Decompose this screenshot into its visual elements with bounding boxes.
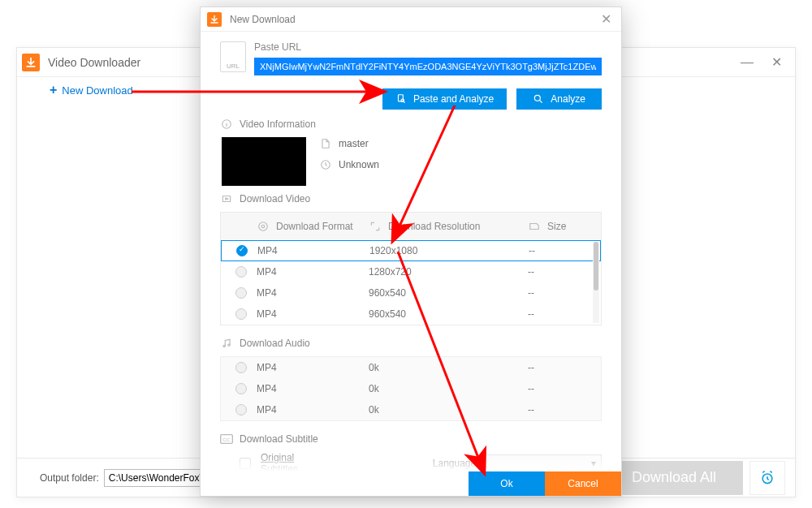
cell-resolution: 960x540 (364, 287, 508, 299)
video-table: Download Format Download Resolution Size… (220, 212, 602, 325)
chevron-down-icon: ▾ (591, 458, 596, 469)
original-subtitles-checkbox[interactable] (240, 458, 251, 469)
new-download-dialog: New Download ✕ URL Paste URL Paste and A… (200, 6, 622, 497)
svg-point-8 (261, 225, 265, 228)
download-audio-heading: Download Audio (220, 337, 602, 350)
info-icon (220, 118, 233, 131)
output-folder-label: Output folder: (40, 472, 99, 484)
col-size-label: Size (547, 221, 566, 232)
cell-format: MP4 (257, 362, 364, 373)
video-icon (220, 192, 233, 205)
output-folder-input[interactable] (104, 469, 209, 487)
video-table-head: Download Format Download Resolution Size (221, 213, 601, 240)
search-icon (533, 93, 544, 105)
dialog-logo-icon (207, 12, 222, 27)
video-thumbnail (222, 137, 306, 186)
analyze-label: Analyze (551, 93, 585, 105)
new-download-button[interactable]: + New Download (50, 83, 133, 97)
language-select[interactable]: ▾ (486, 454, 602, 471)
subtitle-row: Original Subtitles Language ▾ (240, 452, 602, 471)
download-video-heading: Download Video (220, 192, 602, 205)
paste-analyze-button[interactable]: Paste and Analyze (382, 88, 507, 110)
svg-point-9 (223, 345, 225, 347)
download-all-button[interactable]: Download All (605, 461, 743, 495)
language-label: Language (433, 458, 476, 469)
dialog-close-button[interactable]: ✕ (597, 11, 615, 28)
new-download-label: New Download (62, 84, 132, 97)
url-input[interactable] (254, 58, 602, 75)
cell-format: MP4 (257, 383, 364, 394)
table-row[interactable]: MP40k-- (221, 399, 601, 420)
paste-url-label: Paste URL (254, 41, 602, 53)
cell-size: -- (508, 266, 601, 278)
table-row[interactable]: MP41920x1080-- (221, 240, 601, 261)
table-row[interactable]: MP41280x720-- (221, 261, 601, 282)
svg-point-3 (535, 95, 541, 101)
cancel-button[interactable]: Cancel (545, 471, 621, 496)
cell-size: -- (508, 404, 601, 415)
video-duration: Unknown (339, 159, 379, 170)
analyze-button[interactable]: Analyze (516, 88, 602, 110)
table-row[interactable]: MP4960x540-- (221, 282, 601, 304)
svg-point-10 (228, 344, 230, 346)
dialog-title: New Download (230, 14, 597, 25)
cc-icon: CC (220, 433, 233, 446)
url-file-icon: URL (220, 41, 246, 72)
cell-size: -- (508, 308, 601, 320)
cell-format: MP4 (257, 287, 364, 299)
cell-format: MP4 (257, 404, 364, 415)
table-row[interactable]: MP4960x540-- (221, 304, 601, 325)
svg-point-7 (259, 222, 268, 231)
alarm-icon[interactable] (749, 461, 785, 495)
cell-resolution: 0k (364, 362, 508, 373)
svg-text:CC: CC (222, 437, 230, 442)
audio-table: MP40k--MP40k--MP40k-- (220, 356, 602, 421)
radio-icon (235, 266, 247, 278)
dialog-footer: Ok Cancel (201, 471, 621, 496)
svg-rect-1 (398, 95, 403, 101)
download-subtitle-label: Download Subtitle (240, 433, 318, 445)
scrollbar-thumb[interactable] (594, 242, 598, 291)
download-subtitle-heading: CC Download Subtitle (220, 433, 602, 446)
video-info-heading: Video Information (220, 118, 602, 131)
radio-icon (235, 308, 247, 320)
cell-resolution: 960x540 (364, 308, 508, 320)
clipboard-search-icon (395, 93, 407, 105)
radio-icon (236, 245, 248, 256)
download-audio-label: Download Audio (240, 338, 310, 349)
cell-format: MP4 (257, 266, 364, 278)
file-icon (319, 137, 332, 150)
table-row[interactable]: MP40k-- (221, 378, 601, 399)
video-info-label: Video Information (240, 118, 316, 130)
clock-icon (319, 158, 332, 171)
original-subtitles-label: Original Subtitles (261, 452, 334, 471)
cell-resolution: 1920x1080 (365, 245, 509, 256)
size-icon (528, 220, 541, 233)
radio-icon (235, 404, 247, 415)
cell-size: -- (508, 362, 601, 373)
radio-icon (235, 287, 247, 299)
minimize-button[interactable]: — (740, 55, 754, 70)
paste-analyze-label: Paste and Analyze (413, 93, 494, 105)
cell-format: MP4 (257, 308, 364, 320)
cell-resolution: 0k (364, 383, 508, 394)
app-logo-icon (22, 54, 40, 71)
cell-resolution: 1280x720 (364, 266, 508, 278)
table-row[interactable]: MP40k-- (221, 357, 601, 378)
cell-format: MP4 (257, 245, 365, 256)
dialog-header: New Download ✕ (201, 7, 621, 32)
cell-resolution: 0k (364, 404, 508, 415)
video-name: master (339, 138, 369, 149)
col-res-label: Download Resolution (388, 221, 480, 232)
close-window-button[interactable]: ✕ (769, 55, 784, 70)
cell-size: -- (509, 245, 600, 256)
radio-icon (235, 383, 247, 394)
cell-size: -- (508, 383, 601, 394)
format-icon (257, 220, 270, 233)
cell-size: -- (508, 287, 601, 299)
ok-button[interactable]: Ok (469, 471, 545, 496)
plus-icon: + (50, 83, 57, 97)
video-table-scrollbar[interactable] (593, 242, 599, 323)
col-format-label: Download Format (276, 221, 353, 232)
radio-icon (235, 362, 247, 373)
